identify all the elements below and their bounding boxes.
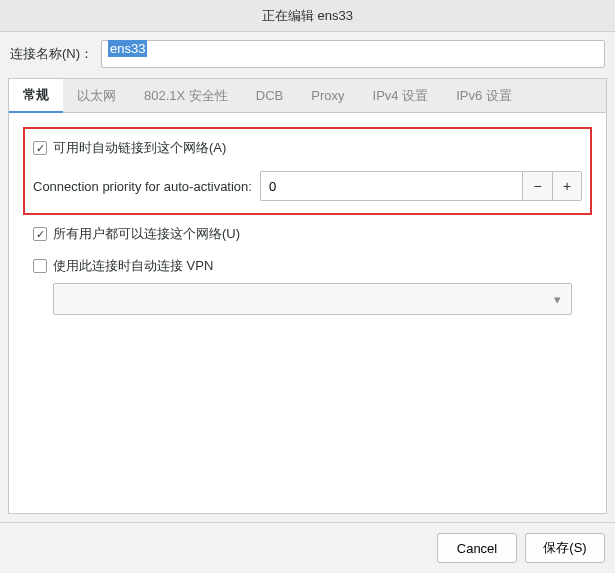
connection-name-input[interactable]: ens33 [101, 40, 605, 68]
auto-vpn-row: 使用此连接时自动连接 VPN [33, 257, 582, 275]
connection-name-row: 连接名称(N)： ens33 [0, 32, 615, 78]
cancel-button[interactable]: Cancel [437, 533, 517, 563]
tab-ipv6[interactable]: IPv6 设置 [442, 79, 526, 112]
dialog-footer: Cancel 保存(S) [0, 522, 615, 573]
highlight-box: 可用时自动链接到这个网络(A) Connection priority for … [23, 127, 592, 215]
auto-connect-row: 可用时自动链接到这个网络(A) [33, 139, 582, 157]
editor-window: 正在编辑 ens33 连接名称(N)： ens33 常规 以太网 802.1X … [0, 0, 615, 573]
plus-icon: + [563, 178, 571, 194]
auto-vpn-checkbox[interactable] [33, 259, 47, 273]
titlebar: 正在编辑 ens33 [0, 0, 615, 32]
vpn-select[interactable]: ▾ [53, 283, 572, 315]
priority-label: Connection priority for auto-activation: [33, 179, 252, 194]
tab-content-general: 可用时自动链接到这个网络(A) Connection priority for … [9, 113, 606, 513]
priority-stepper: − + [260, 171, 582, 201]
below-highlight-rows: 所有用户都可以连接这个网络(U) 使用此连接时自动连接 VPN ▾ [23, 215, 592, 315]
tab-bar: 常规 以太网 802.1X 安全性 DCB Proxy IPv4 设置 IPv6… [9, 79, 606, 113]
all-users-checkbox[interactable] [33, 227, 47, 241]
connection-name-label: 连接名称(N)： [10, 45, 93, 63]
priority-row: Connection priority for auto-activation:… [33, 171, 582, 201]
window-title: 正在编辑 ens33 [262, 7, 353, 25]
tab-general[interactable]: 常规 [9, 79, 63, 113]
auto-connect-label: 可用时自动链接到这个网络(A) [53, 139, 226, 157]
all-users-row: 所有用户都可以连接这个网络(U) [33, 225, 582, 243]
chevron-down-icon: ▾ [554, 292, 561, 307]
priority-plus-button[interactable]: + [552, 171, 582, 201]
all-users-label: 所有用户都可以连接这个网络(U) [53, 225, 240, 243]
priority-input[interactable] [260, 171, 522, 201]
tab-proxy[interactable]: Proxy [297, 79, 358, 112]
auto-vpn-label: 使用此连接时自动连接 VPN [53, 257, 213, 275]
save-button[interactable]: 保存(S) [525, 533, 605, 563]
auto-connect-checkbox[interactable] [33, 141, 47, 155]
minus-icon: − [533, 178, 541, 194]
tab-ethernet[interactable]: 以太网 [63, 79, 130, 112]
tabs-container: 常规 以太网 802.1X 安全性 DCB Proxy IPv4 设置 IPv6… [8, 78, 607, 514]
tab-ipv4[interactable]: IPv4 设置 [359, 79, 443, 112]
connection-name-value: ens33 [108, 40, 147, 57]
tab-dcb[interactable]: DCB [242, 79, 297, 112]
priority-minus-button[interactable]: − [522, 171, 552, 201]
tab-security[interactable]: 802.1X 安全性 [130, 79, 242, 112]
